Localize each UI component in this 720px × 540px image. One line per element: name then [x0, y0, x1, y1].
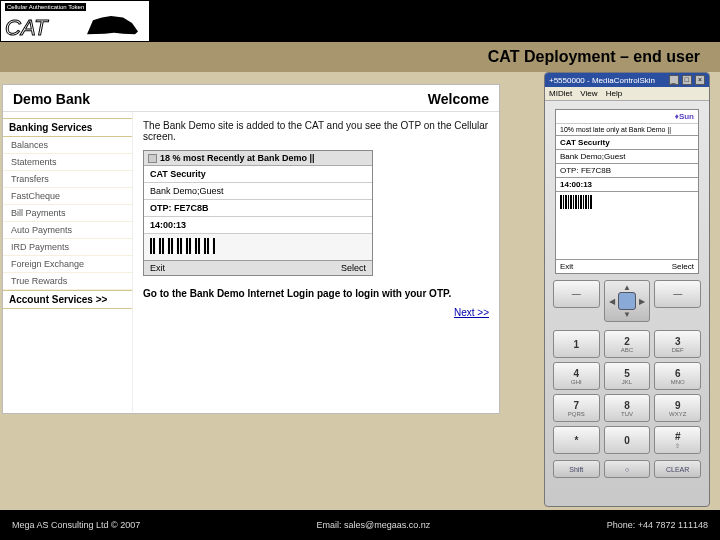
bank-name: Demo Bank	[13, 91, 90, 107]
phone-emulator: +5550000 - MediaControlSkin _ □ × MIDlet…	[544, 72, 710, 507]
sidebar-item[interactable]: Transfers	[3, 171, 132, 188]
popup-guest: Bank Demo;Guest	[144, 183, 372, 200]
popup-title: 18 % most Recently at Bank Demo ||	[160, 153, 315, 163]
maximize-icon[interactable]: □	[682, 75, 692, 85]
shift-button[interactable]: Shift	[553, 460, 600, 478]
popup-select[interactable]: Select	[341, 263, 366, 273]
next-link[interactable]: Next >>	[143, 307, 489, 318]
popup-time: 14:00:13	[144, 217, 372, 234]
bottom-row: Shift ○ CLEAR	[545, 460, 709, 484]
sidebar-item[interactable]: IRD Payments	[3, 239, 132, 256]
ps-title: 10% most late only at Bank Demo ||	[556, 124, 698, 136]
key-7[interactable]: 7PQRS	[553, 394, 600, 422]
bank-header: Demo Bank Welcome	[3, 85, 499, 112]
menu-view[interactable]: View	[580, 89, 597, 98]
ps-exit: Exit	[560, 262, 573, 271]
logo-small-label: Cellular Authentication Token	[5, 3, 86, 11]
footer: Mega AS Consulting Ltd © 2007 Email: sal…	[0, 510, 720, 540]
footer-right: Phone: +44 7872 111148	[607, 520, 708, 530]
popup-otp: OTP: FE7C8B	[144, 200, 372, 217]
arrow-right-icon[interactable]: ▶	[639, 297, 645, 306]
nav-dpad[interactable]: ▲ ▼ ◀ ▶	[604, 280, 651, 322]
bank-panel: Demo Bank Welcome Banking Services Balan…	[2, 84, 500, 414]
power-button[interactable]: ○	[604, 460, 651, 478]
softkey-left[interactable]: —	[553, 280, 600, 308]
title-band: CAT Deployment – end user	[0, 42, 720, 72]
close-icon[interactable]: ×	[695, 75, 705, 85]
ps-barcode-icon	[556, 192, 698, 214]
arrow-left-icon[interactable]: ◀	[609, 297, 615, 306]
key-8[interactable]: 8TUV	[604, 394, 651, 422]
key-star[interactable]: *	[553, 426, 600, 454]
panther-icon	[81, 9, 141, 37]
sidebar-item[interactable]: FastCheque	[3, 188, 132, 205]
phone-menubar: MIDlet View Help	[545, 87, 709, 101]
key-1[interactable]: 1	[553, 330, 600, 358]
ps-security: CAT Security	[556, 136, 698, 150]
key-2[interactable]: 2ABC	[604, 330, 651, 358]
phone-title: +5550000 - MediaControlSkin	[549, 76, 655, 85]
menu-help[interactable]: Help	[606, 89, 622, 98]
otp-popup: 18 % most Recently at Bank Demo || CAT S…	[143, 150, 373, 276]
popup-footer: Exit Select	[144, 260, 372, 275]
popup-exit[interactable]: Exit	[150, 263, 165, 273]
nav-center-button[interactable]	[618, 292, 636, 310]
footer-mid: Email: sales@megaas.co.nz	[317, 520, 431, 530]
sidebar: Banking Services Balances Statements Tra…	[3, 112, 133, 412]
key-hash[interactable]: #⇧	[654, 426, 701, 454]
sidebar-item[interactable]: Statements	[3, 154, 132, 171]
sidebar-heading-2[interactable]: Account Services >>	[3, 290, 132, 309]
key-9[interactable]: 9WXYZ	[654, 394, 701, 422]
header-strip: Cellular Authentication Token CAT	[0, 0, 720, 42]
menu-midlet[interactable]: MIDlet	[549, 89, 572, 98]
main-column: The Bank Demo site is added to the CAT a…	[133, 112, 499, 412]
window-controls: _ □ ×	[668, 75, 705, 85]
popup-sys-icon	[148, 154, 157, 163]
key-4[interactable]: 4GHI	[553, 362, 600, 390]
popup-security-heading: CAT Security	[144, 166, 372, 183]
sidebar-item[interactable]: True Rewards	[3, 273, 132, 290]
sun-logo: ♦Sun	[556, 110, 698, 124]
ps-otp: OTP: FE7C8B	[556, 164, 698, 178]
phone-titlebar[interactable]: +5550000 - MediaControlSkin _ □ ×	[545, 73, 709, 87]
ps-guest: Bank Demo;Guest	[556, 150, 698, 164]
phone-screen: ♦Sun 10% most late only at Bank Demo || …	[555, 109, 699, 274]
keypad: 1 2ABC 3DEF 4GHI 5JKL 6MNO 7PQRS 8TUV 9W…	[545, 326, 709, 460]
stage: Demo Bank Welcome Banking Services Balan…	[0, 72, 720, 510]
key-0[interactable]: 0	[604, 426, 651, 454]
sidebar-item[interactable]: Auto Payments	[3, 222, 132, 239]
page-title: CAT Deployment – end user	[488, 48, 700, 66]
softkey-right[interactable]: —	[654, 280, 701, 308]
key-3[interactable]: 3DEF	[654, 330, 701, 358]
logo-text: CAT	[5, 15, 47, 41]
key-6[interactable]: 6MNO	[654, 362, 701, 390]
bank-welcome: Welcome	[428, 91, 489, 107]
popup-titlebar: 18 % most Recently at Bank Demo ||	[144, 151, 372, 166]
arrow-up-icon[interactable]: ▲	[623, 283, 631, 292]
clear-button[interactable]: CLEAR	[654, 460, 701, 478]
logo-box: Cellular Authentication Token CAT	[0, 0, 150, 42]
ps-select: Select	[672, 262, 694, 271]
sidebar-item[interactable]: Balances	[3, 137, 132, 154]
ps-softlabels: Exit Select	[556, 259, 698, 273]
softkey-row: — ▲ ▼ ◀ ▶ —	[545, 280, 709, 322]
minimize-icon[interactable]: _	[669, 75, 679, 85]
go-text: Go to the Bank Demo Internet Login page …	[143, 288, 489, 299]
key-5[interactable]: 5JKL	[604, 362, 651, 390]
ps-time: 14:00:13	[556, 178, 698, 192]
footer-left: Mega AS Consulting Ltd © 2007	[12, 520, 140, 530]
sidebar-item[interactable]: Foreign Exchange	[3, 256, 132, 273]
sidebar-item[interactable]: Bill Payments	[3, 205, 132, 222]
main-text: The Bank Demo site is added to the CAT a…	[143, 120, 489, 142]
barcode-icon	[144, 234, 372, 260]
arrow-down-icon[interactable]: ▼	[623, 310, 631, 319]
sidebar-heading: Banking Services	[3, 118, 132, 137]
